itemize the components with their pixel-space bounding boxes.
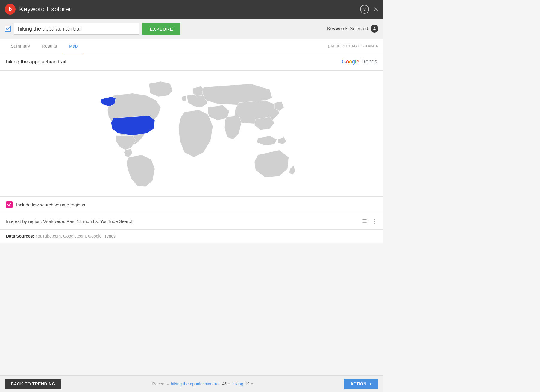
more-icon[interactable]: ⋮ (372, 218, 377, 224)
keyword-header: hiking the appalachian trail Google Tren… (0, 53, 383, 71)
tab-results[interactable]: Results (36, 39, 63, 53)
data-sources-label: Data Sources: (6, 234, 34, 238)
explore-button[interactable]: EXPLORE (142, 23, 180, 35)
keywords-selected-label: Keywords Selected (327, 26, 368, 31)
world-map (84, 77, 299, 190)
info-icon: ℹ (328, 44, 330, 48)
close-button[interactable]: × (374, 5, 378, 14)
app-title: Keyword Explorer (19, 5, 71, 13)
tabs-bar: Summary Results Map ℹ REQUIRED DATA DISC… (0, 39, 383, 53)
keywords-selected: Keywords Selected 4 (327, 25, 378, 33)
header-left: b Keyword Explorer (5, 4, 71, 15)
search-input[interactable] (14, 23, 139, 35)
data-sources: Data Sources: YouTube.com, Google.com, G… (0, 230, 383, 243)
google-trends-logo: Google Trends (342, 59, 377, 65)
tab-map[interactable]: Map (63, 39, 84, 53)
list-icon[interactable]: ☰ (362, 218, 367, 224)
keywords-count-badge: 4 (371, 25, 378, 33)
search-checkbox[interactable] (5, 26, 11, 32)
map-keyword-label: hiking the appalachian trail (6, 59, 66, 65)
search-bar: EXPLORE Keywords Selected 4 (0, 19, 383, 39)
disclaimer: ℹ REQUIRED DATA DISCLAIMER (328, 44, 378, 48)
interest-icons: ☰ ⋮ (362, 218, 377, 224)
interest-description: Interest by region. Worldwide. Past 12 m… (6, 219, 134, 224)
low-volume-row: Include low search volume regions (0, 197, 383, 213)
help-icon[interactable]: ? (360, 5, 369, 14)
main-content: hiking the appalachian trail Google Tren… (0, 53, 383, 243)
map-container (0, 71, 383, 197)
interest-row: Interest by region. Worldwide. Past 12 m… (0, 213, 383, 230)
low-volume-checkbox[interactable] (6, 201, 13, 208)
data-sources-values: YouTube.com, Google.com, Google Trends (35, 234, 116, 238)
tab-summary[interactable]: Summary (5, 39, 36, 53)
low-volume-label: Include low search volume regions (16, 202, 85, 207)
app-logo: b (5, 4, 16, 15)
header: b Keyword Explorer ? × (0, 0, 383, 19)
header-right: ? × (360, 5, 378, 14)
tabs-left: Summary Results Map (5, 39, 84, 53)
